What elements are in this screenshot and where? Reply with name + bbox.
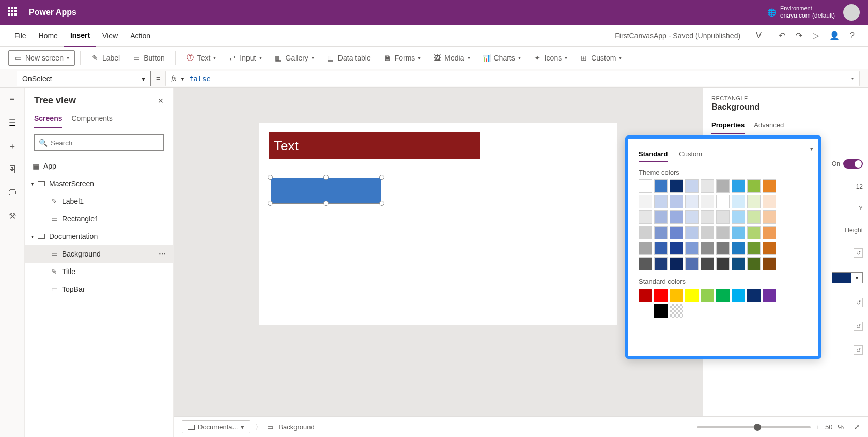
- label-button[interactable]: ✎Label: [86, 51, 125, 65]
- topbar-shape[interactable]: Text: [269, 132, 481, 159]
- data-table-button[interactable]: ▦Data table: [321, 51, 376, 65]
- zoom-in-button[interactable]: +: [816, 423, 820, 431]
- menu-view[interactable]: View: [96, 25, 124, 47]
- color-swatch[interactable]: [685, 226, 699, 239]
- tab-properties[interactable]: Properties: [711, 117, 745, 134]
- color-swatch[interactable]: [747, 195, 761, 208]
- color-swatch[interactable]: [654, 179, 668, 193]
- gallery-menu[interactable]: ▦Gallery▾: [269, 51, 319, 65]
- zoom-knob[interactable]: [754, 424, 761, 431]
- tree-node-topbar[interactable]: ▭TopBar: [25, 280, 173, 298]
- canvas[interactable]: Text: [174, 88, 703, 437]
- artboard[interactable]: Text: [259, 123, 617, 325]
- color-swatch[interactable]: [732, 289, 745, 302]
- color-swatch[interactable]: [747, 179, 761, 193]
- search-input[interactable]: [51, 139, 159, 147]
- color-swatch[interactable]: [763, 257, 776, 270]
- color-swatch[interactable]: [654, 210, 668, 224]
- color-swatch[interactable]: [763, 195, 776, 208]
- color-swatch[interactable]: [763, 242, 776, 255]
- color-swatch[interactable]: [747, 242, 761, 255]
- chevron-down-icon[interactable]: ▾: [810, 146, 813, 153]
- menu-home[interactable]: Home: [33, 25, 64, 47]
- color-swatch[interactable]: [670, 226, 683, 239]
- tree-node-masterscreen[interactable]: ▾MasterScreen: [25, 175, 173, 192]
- color-swatch[interactable]: [670, 195, 683, 208]
- color-swatch[interactable]: [654, 226, 668, 239]
- tools-icon[interactable]: ⚒: [9, 211, 16, 221]
- color-swatch[interactable]: [747, 210, 761, 224]
- color-swatch[interactable]: [639, 226, 652, 239]
- reset-icon[interactable]: ↺: [854, 248, 863, 258]
- color-swatch[interactable]: [763, 289, 776, 302]
- color-swatch[interactable]: [639, 304, 652, 318]
- tree-node-app[interactable]: ▦App: [25, 157, 173, 175]
- tab-advanced[interactable]: Advanced: [754, 117, 784, 134]
- new-screen-button[interactable]: ▭ New screen ▾: [8, 50, 75, 66]
- color-swatch[interactable]: [654, 289, 668, 302]
- tree-node-title[interactable]: ✎Title: [25, 263, 173, 280]
- input-menu[interactable]: ⇄Input▾: [223, 51, 267, 65]
- play-icon[interactable]: ▷: [808, 31, 824, 40]
- button-button[interactable]: ▭Button: [127, 51, 169, 65]
- environment-picker[interactable]: Environment enayu.com (default): [780, 5, 835, 20]
- more-icon[interactable]: ⋯: [159, 250, 167, 258]
- tree-node-documentation[interactable]: ▾Documentation: [25, 228, 173, 245]
- color-swatch[interactable]: [716, 289, 730, 302]
- color-swatch[interactable]: [639, 242, 652, 255]
- forms-menu[interactable]: 🗎Forms▾: [378, 51, 426, 65]
- color-swatch[interactable]: [701, 289, 714, 302]
- insert-icon[interactable]: ＋: [8, 141, 17, 152]
- fit-screen-icon[interactable]: ⤢: [854, 423, 860, 431]
- color-swatch[interactable]: [670, 179, 683, 193]
- app-checker-icon[interactable]: ᐯ: [751, 31, 767, 40]
- icons-menu[interactable]: ✦Icons▾: [528, 51, 572, 65]
- color-swatch[interactable]: [701, 210, 714, 224]
- redo-icon[interactable]: ↷: [791, 31, 808, 40]
- color-swatch[interactable]: [763, 226, 776, 239]
- color-swatch[interactable]: [654, 257, 668, 270]
- color-swatch[interactable]: [732, 195, 745, 208]
- color-swatch[interactable]: [716, 179, 730, 193]
- menu-file[interactable]: File: [8, 25, 33, 47]
- expand-formula-icon[interactable]: ▾: [851, 76, 854, 81]
- menu-insert[interactable]: Insert: [64, 25, 96, 47]
- color-swatch[interactable]: [670, 210, 683, 224]
- picker-tab-custom[interactable]: Custom: [679, 147, 702, 162]
- color-swatch[interactable]: [639, 210, 652, 224]
- color-swatch[interactable]: [685, 242, 699, 255]
- color-swatch[interactable]: [747, 289, 761, 302]
- undo-icon[interactable]: ↶: [773, 31, 791, 40]
- reset-icon[interactable]: ↺: [854, 322, 863, 331]
- tab-screens[interactable]: Screens: [34, 110, 62, 128]
- color-swatch[interactable]: [685, 257, 699, 270]
- help-icon[interactable]: ?: [845, 31, 860, 40]
- color-swatch[interactable]: [670, 304, 683, 318]
- zoom-slider[interactable]: [697, 426, 811, 428]
- color-swatch[interactable]: [701, 257, 714, 270]
- color-swatch[interactable]: [716, 210, 730, 224]
- color-swatch[interactable]: [685, 195, 699, 208]
- color-swatch[interactable]: [670, 257, 683, 270]
- color-swatch[interactable]: [685, 179, 699, 193]
- color-swatch[interactable]: [763, 210, 776, 224]
- color-swatch[interactable]: [639, 179, 652, 193]
- app-launcher-icon[interactable]: [8, 7, 19, 18]
- hamburger-icon[interactable]: ≡: [10, 95, 14, 104]
- reset-icon[interactable]: ↺: [854, 298, 863, 307]
- share-icon[interactable]: 👤: [824, 31, 845, 40]
- on-toggle[interactable]: [843, 159, 863, 169]
- custom-menu[interactable]: ⊞Custom▾: [575, 51, 627, 65]
- color-swatch[interactable]: [716, 195, 730, 208]
- color-swatch[interactable]: [732, 226, 745, 239]
- color-swatch[interactable]: [701, 179, 714, 193]
- close-icon[interactable]: ✕: [158, 97, 164, 105]
- picker-tab-standard[interactable]: Standard: [639, 147, 668, 162]
- text-menu[interactable]: ⓉText▾: [181, 51, 222, 65]
- color-swatch[interactable]: [654, 304, 668, 318]
- tree-node-rectangle1[interactable]: ▭Rectangle1: [25, 210, 173, 228]
- color-swatch[interactable]: [670, 242, 683, 255]
- color-swatch[interactable]: [716, 226, 730, 239]
- color-swatch[interactable]: [654, 242, 668, 255]
- background-shape[interactable]: [271, 178, 381, 203]
